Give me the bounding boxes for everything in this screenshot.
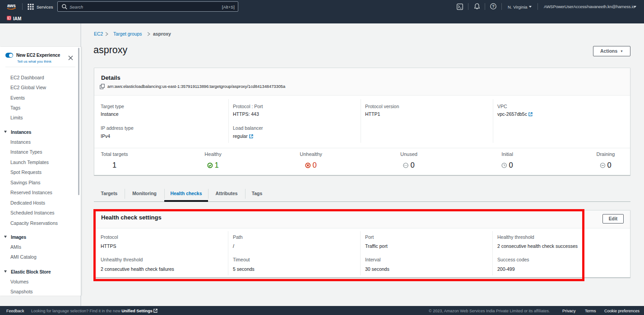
svg-text:aws: aws	[7, 3, 16, 8]
svg-text:?: ?	[492, 4, 495, 9]
